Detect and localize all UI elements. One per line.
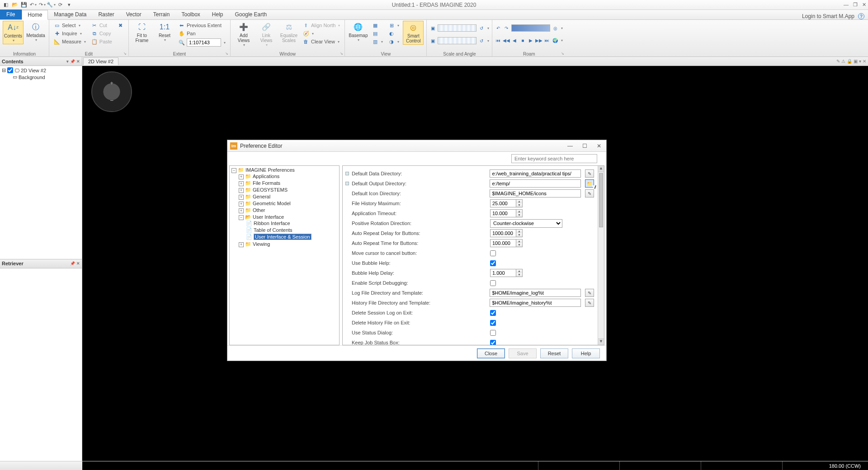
window-group-launcher-icon[interactable]: ↘ [339, 52, 344, 56]
fit-to-frame-button[interactable]: ⛶Fit to Frame [132, 21, 152, 44]
metadata-button[interactable]: ⓘMetadata▾ [25, 21, 46, 43]
scale-bar-icon-1[interactable]: ▣ [429, 25, 436, 31]
roam-prev-icon[interactable]: ◀◀ [503, 37, 509, 43]
view-tool-b[interactable]: ⚠ [841, 59, 845, 64]
browse-data-dir-button[interactable]: ✎ [585, 169, 594, 178]
tree-toc[interactable]: 📄Table of Contents [246, 227, 338, 234]
tree-row-view[interactable]: ⊟🖵2D View #2 [1, 67, 81, 74]
reset-button[interactable]: 1:1Reset▾ [154, 21, 175, 43]
view-checkbox[interactable] [7, 67, 13, 73]
view-tool-5[interactable]: ◐ [387, 30, 401, 37]
tab-file[interactable]: File [0, 9, 22, 19]
browse-log-button[interactable]: ✎ [585, 289, 594, 297]
form-scrollbar[interactable]: ▲ ▼ [598, 166, 604, 345]
script-debug-checkbox[interactable] [490, 280, 496, 286]
bubble-delay-input[interactable] [490, 269, 516, 277]
roam-stop-icon[interactable]: ■ [519, 37, 526, 43]
view-tool-a[interactable]: ✎ [836, 59, 840, 64]
browse-history-button[interactable]: ✎ [585, 299, 594, 307]
add-views-button[interactable]: ➕Add Views▾ [233, 21, 254, 48]
scale-reset-2[interactable]: ↺ [478, 38, 485, 44]
qat-more-icon[interactable]: ▾ [65, 1, 73, 9]
app-timeout-stepper[interactable]: ▲▼ [516, 209, 523, 217]
roam-last-icon[interactable]: ⏭ [544, 37, 550, 43]
clear-button[interactable]: ✖ [116, 22, 126, 29]
browse-output-dir-button[interactable]: 📁 [585, 179, 594, 188]
preference-tree[interactable]: −📁IMAGINE Preferences +📁Applications +📁F… [229, 165, 340, 345]
retriever-pin-icon[interactable]: 📌 [70, 261, 75, 266]
undo-icon[interactable]: ↶▾ [29, 1, 37, 9]
close-button[interactable]: Close [477, 348, 505, 358]
contents-button[interactable]: A↓ZContents▾ [3, 21, 24, 44]
retriever-close-icon[interactable]: ✕ [76, 261, 80, 266]
roam-globe-icon[interactable]: 🌍 [552, 37, 558, 43]
delete-session-checkbox[interactable] [490, 310, 496, 316]
dialog-titlebar[interactable]: Im Preference Editor — ☐ ✕ [227, 140, 606, 152]
file-history-input[interactable] [490, 199, 516, 207]
help-button[interactable]: Help [572, 348, 600, 358]
view-tool-3[interactable]: ▥▾ [370, 38, 385, 45]
tree-uisession[interactable]: 📄User Interface & Session [246, 234, 338, 240]
scale-slider-2[interactable] [438, 37, 476, 44]
keep-job-checkbox[interactable] [490, 340, 496, 345]
file-history-stepper[interactable]: ▲▼ [516, 199, 523, 207]
scroll-down-icon[interactable]: ▼ [598, 338, 604, 345]
inquire-button[interactable]: ✚Inquire▾ [52, 30, 88, 37]
save-icon[interactable]: 💾 [20, 1, 28, 9]
view-tool-c[interactable]: 🔒 [847, 59, 852, 64]
scale-field[interactable]: 🔍▾ [177, 38, 227, 47]
bubble-delay-stepper[interactable]: ▲▼ [516, 269, 523, 277]
link-views-button[interactable]: 🔗Link Views▾ [256, 21, 277, 48]
copy-button[interactable]: ⧉Copy [90, 30, 114, 37]
default-output-dir-input[interactable] [490, 179, 581, 188]
roam-play-icon[interactable]: ▶ [528, 37, 534, 43]
scroll-up-icon[interactable]: ▲ [598, 166, 604, 172]
roam-fwd-icon[interactable]: ▶▶ [536, 37, 542, 43]
reset-button[interactable]: Reset [540, 348, 568, 358]
login-link[interactable]: Login to Smart M.App [802, 13, 854, 19]
scale-bar-icon-2[interactable]: ▣ [429, 38, 436, 44]
save-button[interactable]: Save [509, 348, 537, 358]
tree-viewing[interactable]: +📁Viewing [239, 241, 338, 248]
panel-pin-icon[interactable]: 📌 [70, 59, 75, 64]
roam-slider[interactable] [511, 24, 550, 32]
view-tool-4[interactable]: ⊞▾ [387, 22, 401, 29]
view-tool-1[interactable]: ▦ [370, 22, 385, 29]
extent-group-launcher-icon[interactable]: ↘ [225, 52, 229, 56]
redo-icon[interactable]: ↷▾ [38, 1, 46, 9]
panel-close-icon[interactable]: ✕ [76, 59, 80, 64]
edit-group-launcher-icon[interactable]: ↘ [123, 52, 127, 56]
auto-delay-stepper[interactable]: ▲▼ [516, 229, 523, 237]
window-minimize-icon[interactable]: — [844, 2, 849, 8]
smart-control-button[interactable]: ◎Smart Control [403, 21, 424, 45]
nav-compass[interactable]: + − [91, 71, 132, 112]
dialog-maximize-icon[interactable]: ☐ [580, 143, 589, 149]
dialog-minimize-icon[interactable]: — [566, 143, 575, 149]
view-tool-d[interactable]: ▣ [854, 59, 858, 64]
dialog-close-icon[interactable]: ✕ [594, 143, 604, 149]
scroll-thumb[interactable] [599, 173, 603, 227]
view-canvas[interactable]: + − Im Preference Editor — ☐ ✕ [82, 66, 868, 461]
north-arrow-button[interactable]: 🧭▾ [301, 30, 342, 37]
roam-group-launcher-icon[interactable]: ↘ [560, 52, 565, 56]
status-dialog-checkbox[interactable] [490, 330, 496, 336]
tree-row-background[interactable]: ▭Background [1, 74, 81, 80]
view-tool-2[interactable]: ▤ [370, 30, 385, 37]
browse-icon-dir-button[interactable]: ✎ [585, 189, 594, 197]
view-tab-2d[interactable]: 2D View #2 [83, 57, 118, 65]
view-tool-e[interactable]: ▾ [859, 59, 861, 64]
zoom-in-icon[interactable]: + [110, 80, 113, 86]
measure-button[interactable]: 📐Measure▾ [52, 38, 88, 45]
tree-other[interactable]: +📁Other [239, 207, 338, 214]
tree-fileformats[interactable]: +📁File Formats [239, 180, 338, 187]
window-close-icon[interactable]: ✕ [862, 2, 866, 8]
tab-help[interactable]: Help [206, 9, 229, 19]
tree-geosystems[interactable]: +📁GEOSYSTEMS [239, 187, 338, 193]
refresh-icon[interactable]: ⟳ [56, 1, 64, 9]
pan-button[interactable]: ✋Pan [177, 30, 227, 37]
tool-icon[interactable]: 🔧▾ [47, 1, 55, 9]
tab-terrain[interactable]: Terrain [147, 9, 176, 19]
pref-search-input[interactable] [511, 154, 597, 163]
auto-delay-input[interactable] [490, 229, 516, 237]
help-ribbon-icon[interactable]: ? [858, 13, 864, 19]
